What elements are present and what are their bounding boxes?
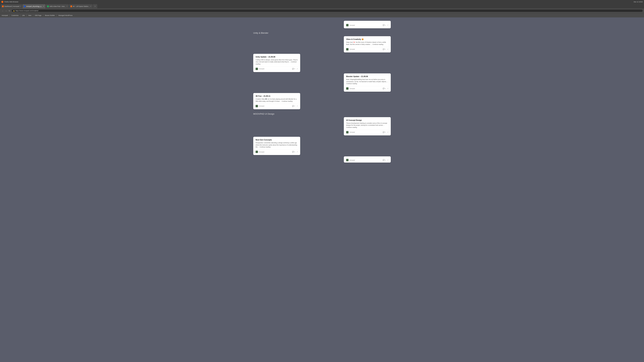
- toolbar-sep-6: [56, 14, 57, 16]
- continue-reading-next-gen[interactable]: Continue reading: [260, 146, 270, 148]
- partial-avatar: [346, 24, 348, 26]
- address-bar: ← → ↻ 🔒 https://www.moopad.com/creative/: [0, 8, 644, 13]
- page-content: moovpad 💬 0 ↗ Unity & Blender: [246, 17, 398, 166]
- share-btn-unity[interactable]: ↗: [296, 68, 298, 70]
- section-moovpad-ui: MOOVPAD UI Design UI Concept Design Them…: [253, 113, 391, 163]
- title-bar: Firefox Web Browser Dec 12 19:02: [0, 0, 644, 4]
- comment-btn-blender[interactable]: 💬 0: [383, 88, 386, 89]
- share-btn-next-gen[interactable]: ↗: [296, 151, 298, 153]
- tab-dashboard[interactable]: Dashboard | moovpad ×: [1, 4, 22, 8]
- share-btn-vibes[interactable]: ↗: [387, 48, 388, 50]
- avatar-unity: [256, 68, 258, 70]
- new-tab-button[interactable]: +: [93, 4, 97, 8]
- card-excerpt-unity: Coding Chill As always, some great vibes…: [256, 59, 298, 65]
- share-icon-3dfun: ↗: [296, 105, 298, 107]
- browser-chrome: Firefox Web Browser Dec 12 19:02 Dashboa…: [0, 0, 644, 17]
- continue-reading-ui-concept[interactable]: Continue reading: [346, 126, 357, 128]
- share-btn-ui-concept[interactable]: ↗: [387, 131, 388, 133]
- card-author-vibes: moovpad: [346, 48, 355, 50]
- comment-btn-3dfun[interactable]: 💬 0: [292, 105, 295, 107]
- comment-icon-ui-concept: 💬: [383, 131, 384, 133]
- partial-author: moovpad: [346, 24, 355, 26]
- card-excerpt-blender: Basic Shaping/Modelling Now hear me out …: [346, 78, 388, 85]
- tab-add-post[interactable]: Add a New Post - moo... ×: [46, 4, 69, 8]
- card-footer-next-gen: moovpad 💬 0 ↗: [256, 149, 298, 153]
- toolbar-customize[interactable]: Customize: [11, 14, 19, 16]
- comment-count-unity: 0: [294, 68, 295, 69]
- tab-favicon-4: [70, 5, 72, 7]
- share-btn-bottom[interactable]: ↗: [387, 159, 388, 161]
- actions-bottom: 💬 0 ↗: [383, 159, 388, 161]
- partial-author-name: moovpad: [349, 24, 355, 26]
- forward-button[interactable]: →: [5, 9, 8, 12]
- partial-card-footer: moovpad 💬 0 ↗: [346, 23, 388, 26]
- tab-close-4[interactable]: ×: [90, 5, 91, 7]
- actions-blender: 💬 0 ↗: [383, 88, 388, 89]
- comment-icon-unity: 💬: [292, 68, 294, 70]
- toolbar-managed-label: Managed WordPress: [58, 14, 72, 16]
- url-text: https://www.moopad.com/creative/: [16, 10, 38, 11]
- comment-btn-vibes[interactable]: 💬 0: [383, 48, 386, 50]
- partial-share-btn[interactable]: ↗: [387, 24, 388, 26]
- toolbar-customize-label: Customize: [12, 14, 18, 16]
- card-blender-update: Blender Update – 21.09.06 Basic Shaping/…: [344, 73, 391, 92]
- toolbar-beaver[interactable]: Beaver Builder: [44, 14, 56, 16]
- bottom-partial-author: moovpad: [346, 159, 355, 161]
- share-icon-ui-concept: ↗: [387, 131, 388, 133]
- card-wrapper-ui-concept: UI Concept Design Theme Development Star…: [253, 117, 391, 135]
- comment-btn-next-gen[interactable]: 💬 0: [292, 151, 295, 153]
- partial-card: moovpad 💬 0 ↗: [344, 21, 391, 28]
- card-wrapper-3dfun: 3D Fun – 21.09.11 Creative Vibes 🎮 So I'…: [253, 93, 391, 109]
- share-icon-unity: ↗: [296, 68, 298, 70]
- tab-close-2[interactable]: ×: [43, 5, 44, 7]
- new-tab-icon: +: [94, 5, 96, 7]
- firefox-icon: [1, 1, 3, 3]
- section-unity-blender: Unity & Blender Vibes & Creativity 🤩 Dee…: [253, 32, 391, 109]
- continue-reading-blender[interactable]: Continue reading: [346, 83, 357, 84]
- toolbar-new[interactable]: New: [28, 14, 32, 16]
- card-excerpt-ui-concept: Theme Development Starting to consider s…: [346, 122, 388, 129]
- browser-title: Firefox Web Browser: [4, 1, 18, 3]
- back-button[interactable]: ←: [1, 9, 4, 12]
- card-title-vibes: Vibes & Creativity 🤩: [346, 38, 388, 40]
- share-icon-bottom: ↗: [387, 159, 388, 161]
- section-title-unity-blender: Unity & Blender: [253, 32, 391, 34]
- avatar-3dfun: [256, 105, 258, 107]
- card-author-unity: moovpad: [256, 68, 264, 70]
- continue-reading-3dfun[interactable]: Continue reading: [282, 100, 293, 102]
- reload-button[interactable]: ↻: [8, 9, 11, 12]
- actions-3dfun: 💬 0 ↗: [292, 105, 298, 107]
- card-title-unity: Unity Update – 21.09.08: [256, 56, 298, 58]
- toolbar-edit-page[interactable]: Edit Page: [34, 14, 42, 16]
- wp-toolbar: moovpad Customize Like New Edit Page Bea…: [0, 13, 644, 17]
- toolbar-managed-wp[interactable]: Managed WordPress: [58, 14, 73, 16]
- url-bar[interactable]: 🔒 https://www.moopad.com/creative/: [12, 9, 643, 12]
- card-author-next-gen: moovpad: [256, 151, 264, 153]
- actions-vibes: 💬 0 ↗: [383, 48, 388, 50]
- comment-btn-ui-concept[interactable]: 💬 0: [383, 131, 386, 133]
- share-btn-3dfun[interactable]: ↗: [296, 105, 298, 107]
- card-footer-3dfun: moovpad 💬 0 ↗: [256, 104, 298, 107]
- comment-count-next-gen: 0: [294, 151, 295, 153]
- toolbar-sep-4: [33, 14, 33, 16]
- author-name-bottom: moovpad: [349, 159, 355, 161]
- card-author-blender: moovpad: [346, 87, 355, 90]
- comment-btn-bottom[interactable]: 💬 0: [383, 159, 386, 161]
- tab-close-3[interactable]: ×: [66, 5, 68, 7]
- tab-moopad[interactable]: moopad, physiology, p... ×: [22, 4, 46, 8]
- comment-btn-unity[interactable]: 💬 0: [292, 68, 295, 70]
- toolbar-like[interactable]: Like: [22, 14, 26, 16]
- tab-label-4: 4K · Loft Space Station...: [73, 5, 90, 7]
- card-excerpt-3dfun: Creative Vibes 🎮 So I've been playing ar…: [256, 98, 298, 102]
- tab-close-1[interactable]: ×: [20, 5, 21, 7]
- toolbar-edit-label: Edit Page: [35, 14, 42, 16]
- share-btn-blender[interactable]: ↗: [387, 88, 388, 89]
- title-bar-left: Firefox Web Browser: [1, 1, 18, 3]
- continue-reading-vibes[interactable]: Continue reading: [372, 43, 384, 45]
- toolbar-moovpad[interactable]: moovpad: [1, 14, 8, 16]
- card-footer-blender: moovpad 💬 0 ↗: [346, 86, 388, 90]
- comment-count-ui-concept: 0: [385, 131, 386, 133]
- tab-loft[interactable]: 4K · Loft Space Station... ×: [69, 4, 92, 8]
- partial-comment-btn[interactable]: 💬 0: [383, 24, 386, 26]
- tab-bar: Dashboard | moovpad × moopad, physiology…: [0, 4, 644, 8]
